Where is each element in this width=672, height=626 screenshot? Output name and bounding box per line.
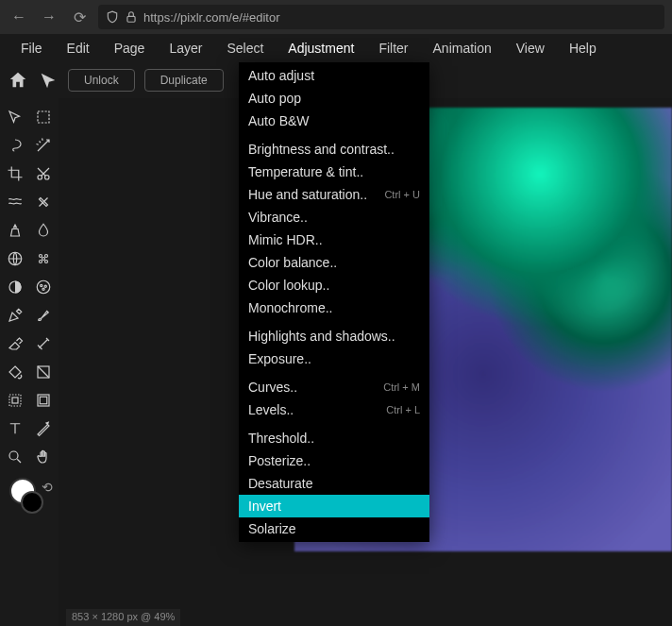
gradient-tool[interactable] — [30, 359, 57, 385]
menu-item-label: Auto adjust — [248, 68, 314, 83]
draw-tool[interactable] — [30, 415, 57, 442]
adjustment-item-levels[interactable]: Levels..Ctrl + L — [239, 398, 429, 421]
svg-point-9 — [42, 258, 45, 261]
eraser-tool[interactable] — [2, 330, 28, 357]
hand-tool[interactable] — [30, 444, 57, 470]
adjustment-item-hue-and-saturation[interactable]: Hue and saturation..Ctrl + U — [239, 183, 429, 206]
svg-point-8 — [45, 261, 48, 263]
svg-point-13 — [44, 285, 46, 287]
disperse-tool[interactable] — [30, 245, 57, 272]
menu-item-shortcut: Ctrl + M — [383, 381, 420, 393]
adjustment-item-desaturate[interactable]: Desaturate — [239, 472, 429, 495]
pen-tool[interactable] — [2, 302, 28, 329]
background-color[interactable] — [21, 491, 43, 514]
svg-rect-17 — [12, 398, 18, 403]
adjustment-item-invert[interactable]: Invert — [239, 495, 429, 517]
dodge-tool[interactable] — [2, 274, 28, 300]
adjustment-item-exposure[interactable]: Exposure.. — [239, 347, 429, 370]
menu-file[interactable]: File — [9, 37, 54, 59]
adjustment-item-color-balance[interactable]: Color balance.. — [239, 251, 429, 274]
status-bar: 853 × 1280 px @ 49% — [66, 609, 180, 626]
marquee-tool[interactable] — [30, 104, 57, 130]
forward-button[interactable]: → — [38, 6, 60, 28]
svg-rect-1 — [38, 111, 49, 123]
menu-item-label: Highlights and shadows.. — [248, 329, 395, 344]
menu-item-label: Auto B&W — [248, 113, 310, 128]
menu-item-label: Auto pop — [248, 91, 301, 106]
unlock-button[interactable]: Unlock — [68, 69, 135, 92]
menu-item-label: Threshold.. — [248, 431, 314, 446]
menu-edit[interactable]: Edit — [56, 37, 101, 59]
adjustment-item-color-lookup[interactable]: Color lookup.. — [239, 274, 429, 296]
menu-help[interactable]: Help — [558, 37, 608, 59]
home-icon[interactable] — [8, 70, 28, 91]
menu-select[interactable]: Select — [215, 37, 275, 59]
move-tool[interactable] — [2, 104, 28, 130]
clone-tool[interactable] — [2, 217, 28, 244]
adjustment-item-threshold[interactable]: Threshold.. — [239, 427, 429, 449]
adjustment-item-auto-b-w[interactable]: Auto B&W — [239, 110, 429, 132]
svg-rect-16 — [9, 395, 21, 406]
url-text: https://pixlr.com/e/#editor — [143, 10, 280, 25]
menu-item-label: Vibrance.. — [248, 210, 308, 225]
menu-page[interactable]: Page — [103, 37, 157, 59]
wand-tool[interactable] — [30, 132, 57, 159]
blur-tool[interactable] — [30, 217, 57, 244]
brush-tool[interactable] — [30, 302, 57, 329]
swap-colors-icon[interactable]: ⟲ — [42, 480, 53, 495]
menu-layer[interactable]: Layer — [158, 37, 213, 59]
menu-item-label: Levels.. — [248, 402, 294, 417]
reload-button[interactable]: ⟳ — [68, 6, 91, 28]
adjustment-item-mimic-hdr[interactable]: Mimic HDR.. — [239, 228, 429, 251]
frame-tool[interactable] — [30, 387, 57, 414]
menu-view[interactable]: View — [505, 37, 556, 59]
fill-tool[interactable] — [2, 359, 28, 385]
arrow-icon[interactable] — [38, 70, 59, 91]
menu-item-label: Color balance.. — [248, 255, 337, 270]
shield-icon — [106, 10, 119, 24]
adjustment-item-curves[interactable]: Curves..Ctrl + M — [239, 376, 429, 398]
svg-rect-0 — [127, 16, 135, 22]
heal-tool[interactable] — [30, 189, 57, 215]
adjustment-item-solarize[interactable]: Solarize — [239, 517, 429, 540]
svg-rect-19 — [40, 397, 47, 404]
back-button[interactable]: ← — [8, 6, 30, 28]
adjustment-item-highlights-and-shadows[interactable]: Highlights and shadows.. — [239, 325, 429, 347]
adjustment-item-monochrome[interactable]: Monochrome.. — [239, 296, 429, 319]
liquify-tool[interactable] — [2, 189, 28, 215]
menu-bar: File Edit Page Layer Select Adjustment F… — [0, 34, 672, 62]
zoom-tool[interactable] — [2, 444, 28, 470]
shape-tool[interactable] — [2, 387, 28, 414]
menu-adjustment[interactable]: Adjustment — [277, 37, 365, 59]
menu-animation[interactable]: Animation — [422, 37, 503, 59]
svg-point-11 — [37, 280, 50, 294]
color-replace-tool[interactable] — [30, 330, 57, 357]
menu-item-label: Brightness and contrast.. — [248, 142, 395, 157]
menu-item-label: Invert — [248, 499, 281, 514]
menu-item-label: Desaturate — [248, 476, 312, 491]
lasso-tool[interactable] — [2, 132, 28, 159]
sponge-tool[interactable] — [30, 274, 57, 300]
menu-filter[interactable]: Filter — [367, 37, 419, 59]
address-bar[interactable]: https://pixlr.com/e/#editor — [98, 5, 664, 29]
text-tool[interactable] — [2, 415, 28, 442]
globe-tool[interactable] — [2, 245, 28, 272]
crop-tool[interactable] — [2, 161, 28, 187]
duplicate-button[interactable]: Duplicate — [144, 69, 224, 92]
svg-point-12 — [41, 284, 42, 286]
adjustment-item-auto-pop[interactable]: Auto pop — [239, 87, 429, 110]
menu-item-label: Curves.. — [248, 380, 297, 395]
svg-point-5 — [40, 255, 42, 258]
adjustment-item-brightness-and-contrast[interactable]: Brightness and contrast.. — [239, 138, 429, 161]
adjustment-item-posterize[interactable]: Posterize.. — [239, 449, 429, 472]
adjustment-item-auto-adjust[interactable]: Auto adjust — [239, 64, 429, 87]
svg-point-6 — [45, 255, 48, 258]
adjustment-item-temperature-tint[interactable]: Temperature & tint.. — [239, 161, 429, 183]
menu-item-label: Posterize.. — [248, 453, 311, 468]
cut-tool[interactable] — [30, 161, 57, 187]
svg-point-14 — [42, 288, 44, 290]
lock-icon — [125, 10, 138, 24]
menu-item-label: Exposure.. — [248, 351, 311, 366]
svg-point-7 — [40, 261, 42, 263]
adjustment-item-vibrance[interactable]: Vibrance.. — [239, 206, 429, 228]
